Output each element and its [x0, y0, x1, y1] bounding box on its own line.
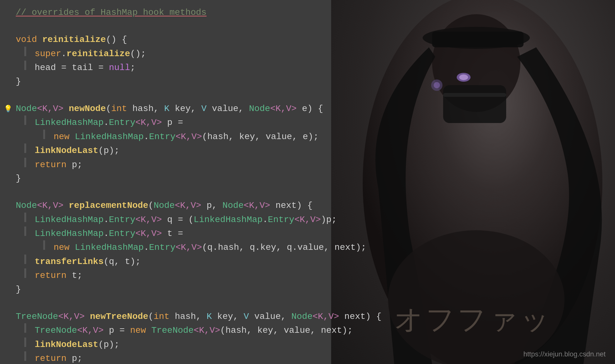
method-newnode: newNode — [69, 102, 106, 115]
gutter-8 — [19, 158, 35, 167]
type-entry-4: Entry — [109, 227, 135, 240]
gutter-2 — [19, 47, 35, 56]
space-2 — [127, 102, 132, 115]
type-int-2: int — [154, 310, 169, 323]
comment-text: // overrides of HashMap hook methods — [16, 6, 207, 19]
paren-10: ( — [220, 324, 226, 337]
type-entry-5: Entry — [149, 241, 175, 254]
bulb-icon: 💡 — [4, 104, 12, 115]
var-t-ret: t; — [72, 269, 83, 282]
generic-kv-6: <K,V> — [175, 199, 201, 212]
vbar-1 — [24, 47, 26, 56]
var-p-ret-1: p; — [72, 158, 83, 172]
type-treenode-1: TreeNode — [16, 310, 58, 323]
keyword-return-1: return — [35, 158, 72, 172]
paren-7: (q. — [202, 241, 218, 254]
gutter-7 — [19, 144, 35, 153]
arg-value-1: value, — [266, 130, 303, 144]
generic-kv-9: <K,V> — [294, 213, 321, 226]
line-new-entry-p: new LinkedHashMap.Entry<K,V>(hash, key, … — [0, 130, 615, 144]
blank-3 — [0, 185, 615, 199]
field-key: key, q. — [260, 241, 297, 254]
var-head: head — [35, 61, 61, 74]
method-reinit-call: reinitialize — [67, 47, 130, 61]
generic-kv-13: <K,V> — [313, 310, 339, 323]
generic-kv-14: <K,V> — [77, 324, 103, 337]
line-linknodlast-2: linkNodeLast(p); — [0, 338, 615, 351]
generic-kv-12: <K,V> — [58, 310, 85, 323]
vbar-8 — [24, 226, 26, 236]
code-container: // overrides of HashMap hook methods voi… — [0, 0, 615, 364]
type-v-2: V — [244, 310, 255, 323]
arg-e-1: e); — [303, 130, 319, 144]
space-4 — [85, 310, 90, 323]
gutter-14 — [19, 255, 35, 264]
generic-kv-7: <K,V> — [244, 199, 270, 212]
space-1 — [63, 102, 69, 115]
param-hash-2: hash, — [175, 310, 207, 323]
paren-11: (p); — [98, 338, 120, 351]
keyword-new-1: new — [54, 130, 75, 144]
line-new-entry-t: new LinkedHashMap.Entry<K,V>(q.hash, q.k… — [0, 240, 615, 254]
line-super-reinit: super.reinitialize(); — [0, 47, 615, 61]
gutter-13 — [38, 240, 54, 250]
type-k-2: K — [207, 310, 217, 323]
type-node-2: Node — [249, 102, 270, 115]
method-reinitialize: reinitialize — [42, 33, 106, 46]
line-return-p-2: return p; — [0, 351, 615, 364]
vbar-3 — [24, 115, 26, 125]
generic-kv-4: <K,V> — [175, 130, 202, 144]
param-next-1: next) { — [270, 199, 313, 212]
vbar-6 — [24, 158, 26, 167]
param-next-2: next) { — [339, 310, 381, 323]
param-key-2: key, — [217, 310, 244, 323]
paren-1: () { — [106, 33, 127, 46]
dot-7: . — [144, 241, 149, 254]
paren-5: (p); — [98, 144, 120, 157]
vbar-14 — [24, 351, 26, 361]
type-lhm-2: LinkedHashMap — [75, 130, 144, 144]
brace-close-2: } — [16, 172, 21, 185]
var-p-tree: p = — [103, 324, 130, 337]
var-t: t = — [162, 227, 183, 240]
semi-1: ; — [130, 61, 135, 74]
var-p: p = — [162, 116, 183, 129]
keyword-new-2: new — [54, 241, 75, 254]
vbar-12 — [24, 323, 26, 333]
var-p-ret-2: p; — [72, 352, 83, 364]
type-lhm-3: LinkedHashMap — [35, 213, 103, 226]
method-linknodlast-1: linkNodeLast — [35, 144, 98, 157]
type-entry-1: Entry — [109, 116, 135, 129]
type-treenode-3: TreeNode — [151, 324, 194, 337]
vbar-4 — [43, 130, 45, 139]
type-lhm-4: LinkedHashMap — [35, 227, 103, 240]
arg-hash-1: hash, — [207, 130, 239, 144]
gutter-11 — [19, 213, 35, 222]
type-k-1: K — [164, 102, 175, 115]
param-hash-1: hash, — [132, 102, 164, 115]
gutter-6 — [38, 130, 54, 139]
paren-2: (); — [130, 47, 146, 61]
type-node-6: Node — [291, 310, 313, 323]
dot-3: . — [144, 130, 149, 144]
gutter-5 — [19, 115, 35, 125]
line-brace-2: } — [0, 172, 615, 185]
line-replacementnode-sig: Node<K,V> replacementNode(Node<K,V> p, N… — [0, 199, 615, 212]
dot-2: . — [103, 116, 109, 129]
generic-kv-10: <K,V> — [135, 227, 162, 240]
cast-p: )p; — [321, 213, 337, 226]
generic-kv-15: <K,V> — [194, 324, 220, 337]
paren-4: ( — [202, 130, 208, 144]
type-node-3: Node — [16, 199, 37, 212]
paren-3: ( — [106, 102, 111, 115]
keyword-new-3: new — [130, 324, 151, 337]
dot-5: . — [263, 213, 268, 226]
gutter-bulb: 💡 — [0, 104, 16, 115]
param-value-2: value, — [254, 310, 291, 323]
method-transferlinks: transferLinks — [35, 255, 103, 268]
method-replacementnode: replacementNode — [69, 199, 148, 212]
vbar-13 — [24, 338, 26, 347]
gutter-18 — [19, 323, 35, 333]
var-q: q = ( — [162, 213, 194, 226]
gutter-15 — [19, 268, 35, 278]
